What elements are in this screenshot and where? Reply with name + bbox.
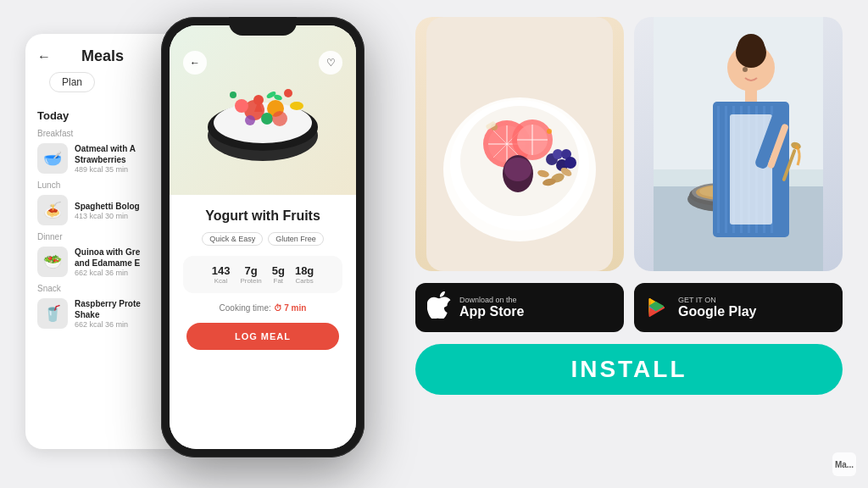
cooking-photo-svg: [654, 17, 823, 271]
svg-point-7: [245, 115, 255, 125]
phone-notch: [229, 17, 297, 36]
snack-name: Raspberry ProteShake: [75, 298, 175, 320]
back-arrow-icon[interactable]: ←: [37, 49, 51, 64]
main-container: ← Meals Plan Today Breakfast 🥣 Oatmeal w…: [0, 0, 868, 488]
svg-point-37: [565, 157, 576, 169]
nutrition-row: 143 Kcal 7g Protein 5g Fat: [183, 256, 342, 293]
svg-point-10: [253, 95, 264, 105]
food-photos: [415, 17, 843, 271]
svg-point-43: [547, 129, 552, 134]
svg-point-8: [272, 111, 287, 126]
svg-point-31: [504, 158, 531, 181]
svg-point-6: [261, 113, 273, 125]
nutrition-fat: 5g Fat: [272, 264, 285, 285]
svg-point-56: [743, 67, 748, 72]
app-store-bottom: App Store: [459, 304, 524, 319]
svg-point-55: [736, 37, 766, 68]
app-store-text: Download on the App Store: [459, 296, 524, 319]
svg-point-11: [284, 89, 292, 97]
dish-title: Yogurt with Fruits: [183, 208, 342, 224]
svg-point-4: [235, 99, 248, 113]
tag-gluten: Gluten Free: [268, 232, 324, 246]
cooking-time-value: ⏱ 7 min: [274, 303, 307, 313]
lunch-thumb: 🍝: [37, 195, 68, 225]
nutrition-kcal: 143 Kcal: [212, 264, 231, 285]
install-button[interactable]: INSTALL: [415, 344, 843, 395]
watermark: Ma...: [832, 452, 856, 476]
cooking-time: Cooking time: ⏱ 7 min: [183, 303, 342, 313]
snack-thumb: 🥤: [37, 298, 68, 329]
tags-row: Quick & Easy Gluten Free: [183, 232, 342, 246]
phone-food-image: ← ♡: [170, 25, 356, 195]
food-photo-cooking: [634, 17, 843, 271]
google-play-button[interactable]: GET IT ON Google Play: [634, 283, 843, 332]
plan-button[interactable]: Plan: [49, 72, 95, 92]
app-store-button[interactable]: Download on the App Store: [415, 283, 624, 332]
svg-rect-67: [730, 114, 772, 225]
install-label: INSTALL: [570, 356, 687, 382]
google-play-bottom: Google Play: [678, 304, 756, 319]
breakfast-thumb: 🥣: [37, 143, 68, 174]
app-title: Meals: [51, 47, 154, 65]
tag-quick: Quick & Easy: [202, 232, 263, 246]
nutrition-protein: 7g Protein: [240, 264, 261, 285]
left-section: ← Meals Plan Today Breakfast 🥣 Oatmeal w…: [25, 17, 398, 471]
breakfast-meta: 489 kcal 35 min: [75, 165, 175, 174]
svg-point-12: [230, 92, 236, 98]
svg-point-13: [290, 102, 303, 110]
google-play-text: GET IT ON Google Play: [678, 296, 756, 319]
play-store-icon: [646, 296, 670, 319]
dinner-thumb: 🥗: [37, 247, 68, 277]
google-play-top: GET IT ON: [678, 296, 756, 304]
bowl-photo-svg: [426, 17, 613, 271]
right-section: Download on the App Store: [415, 17, 843, 471]
phone-back-icon[interactable]: ←: [183, 51, 207, 75]
snack-meta: 662 kcal 36 min: [75, 320, 175, 329]
nutrition-carbs: 18g Carbs: [295, 264, 314, 285]
phone-nav-bar: ← ♡: [170, 51, 356, 75]
svg-rect-60: [725, 106, 727, 233]
lunch-meta: 413 kcal 30 min: [75, 212, 175, 220]
phone-content: Yogurt with Fruits Quick & Easy Gluten F…: [170, 195, 356, 449]
log-meal-button[interactable]: LOG MEAL: [186, 323, 339, 350]
svg-rect-59: [717, 106, 720, 233]
apple-icon: [427, 291, 451, 324]
breakfast-name: Oatmeal with AStrawberries: [75, 143, 175, 165]
phone-heart-icon[interactable]: ♡: [319, 51, 342, 75]
food-photo-bowl: [415, 17, 624, 271]
lunch-name: Spaghetti Bolog: [75, 201, 175, 212]
dinner-meta: 662 kcal 36 min: [75, 269, 175, 277]
dinner-name: Quinoa with Greand Edamame E: [75, 247, 175, 269]
phone-frame: ← ♡: [161, 17, 364, 458]
app-store-top: Download on the: [459, 296, 524, 304]
store-buttons: Download on the App Store: [415, 283, 843, 332]
